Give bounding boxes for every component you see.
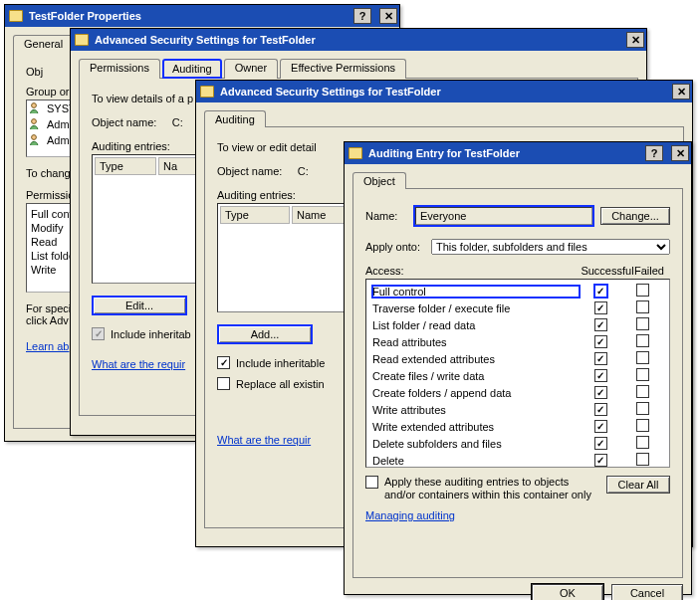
apply-onto-select[interactable]: This folder, subfolders and files [431,239,670,255]
cb-successful[interactable] [594,454,607,467]
close-button[interactable]: ✕ [379,8,397,24]
access-row-label: Full control [372,286,580,298]
col-type[interactable]: Type [220,206,290,224]
title-text: TestFolder Properties [29,10,346,22]
cb-failed[interactable] [636,453,649,466]
cb-successful[interactable] [594,403,607,416]
access-row-label: Read attributes [372,336,580,348]
cb-successful[interactable] [594,352,607,365]
edit-button[interactable]: Edit... [92,296,187,315]
cb-failed[interactable] [636,419,649,432]
access-row: Write extended attributes [372,418,663,435]
object-name-value: C: [298,165,309,177]
titlebar-auditing-entry: Auditing Entry for TestFolder ? ✕ [345,142,691,164]
window-auditing-entry: Auditing Entry for TestFolder ? ✕ Object… [344,141,692,595]
cb-failed[interactable] [636,436,649,449]
access-row: List folder / read data [372,316,663,333]
tab-permissions[interactable]: Permissions [79,59,160,79]
tab-effective[interactable]: Effective Permissions [280,59,406,79]
apply-entries-checkbox[interactable] [365,476,378,489]
title-text: Advanced Security Settings for TestFolde… [95,34,618,46]
include-inheritable-text: Include inheritable [236,357,325,369]
cb-failed[interactable] [636,351,649,364]
cb-successful[interactable] [594,420,607,433]
tab-general[interactable]: General [13,35,74,52]
object-name-value: C: [172,116,183,128]
replace-all-checkbox[interactable] [217,377,230,390]
help-button[interactable]: ? [353,8,371,24]
change-button[interactable]: Change... [600,207,670,225]
titlebar-advsec-1: Advanced Security Settings for TestFolde… [71,29,646,51]
folder-icon [200,86,214,98]
include-inheritable-checkbox[interactable] [217,356,230,369]
link-managing-auditing[interactable]: Managing auditing [365,509,670,521]
access-row-label: Delete subfolders and files [372,438,580,450]
user-icon [29,117,43,131]
access-row-label: Write extended attributes [372,421,580,433]
cb-failed[interactable] [636,402,649,415]
access-row: Create folders / append data [372,384,663,401]
cb-failed[interactable] [636,284,649,297]
cb-failed[interactable] [636,300,649,313]
include-inheritable-checkbox [92,327,105,340]
cb-successful[interactable] [594,335,607,348]
cb-successful[interactable] [594,301,607,314]
access-row: Delete [372,452,663,468]
folder-icon [349,147,362,159]
cb-failed[interactable] [636,334,649,347]
close-button[interactable]: ✕ [671,145,689,161]
cb-failed[interactable] [636,317,649,330]
access-row-label: Delete [372,455,580,467]
name-value-field: Everyone [415,207,592,225]
user-icon [29,133,43,147]
access-row: Write attributes [372,401,663,418]
help-button[interactable]: ? [645,145,663,161]
name-label: Name: [365,210,407,222]
svg-point-2 [32,135,37,140]
access-row: Traverse folder / execute file [372,300,663,316]
add-button[interactable]: Add... [217,324,313,344]
cb-successful[interactable] [594,437,607,450]
include-inheritable-text: Include inheritab [111,328,191,340]
svg-point-1 [32,119,37,124]
tab-owner[interactable]: Owner [224,59,278,79]
title-text: Advanced Security Settings for TestFolde… [220,86,664,98]
access-row-label: Read extended attributes [372,353,580,365]
titlebar-properties: TestFolder Properties ? ✕ [5,5,399,27]
object-name-label: Object name: [217,165,282,177]
user-icon [29,101,43,115]
titlebar-advsec-2: Advanced Security Settings for TestFolde… [196,81,692,102]
access-row: Read extended attributes [372,350,663,367]
access-row-label: Traverse folder / execute file [372,302,580,314]
access-row: Full control [372,283,663,300]
close-button[interactable]: ✕ [672,84,690,100]
access-listbox[interactable]: Full controlTraverse folder / execute fi… [365,279,670,468]
access-row-label: Write attributes [372,404,580,416]
header-failed: Failed [634,265,670,277]
cb-successful[interactable] [594,369,607,382]
col-type[interactable]: Type [95,157,156,175]
access-row-label: Create files / write data [372,370,580,382]
cancel-button[interactable]: Cancel [611,584,683,600]
close-button[interactable]: ✕ [626,32,644,48]
access-row-label: List folder / read data [372,319,580,331]
tab-auditing[interactable]: Auditing [162,59,222,79]
access-row: Create files / write data [372,367,663,384]
cb-successful[interactable] [594,285,607,298]
replace-all-text: Replace all existin [236,378,325,390]
cb-successful[interactable] [594,386,607,399]
folder-icon [9,10,23,22]
svg-point-0 [32,103,37,108]
folder-icon [75,34,89,46]
tab-object[interactable]: Object [352,172,406,189]
access-row: Delete subfolders and files [372,435,663,452]
ok-button[interactable]: OK [532,584,603,600]
title-text: Auditing Entry for TestFolder [368,147,637,159]
apply-entries-text: Apply these auditing entries to objects … [384,476,600,501]
cb-failed[interactable] [636,368,649,381]
tab-auditing[interactable]: Auditing [204,110,266,127]
cb-successful[interactable] [594,318,607,331]
apply-onto-label: Apply onto: [365,241,425,253]
clear-all-button[interactable]: Clear All [606,476,670,494]
cb-failed[interactable] [636,385,649,398]
